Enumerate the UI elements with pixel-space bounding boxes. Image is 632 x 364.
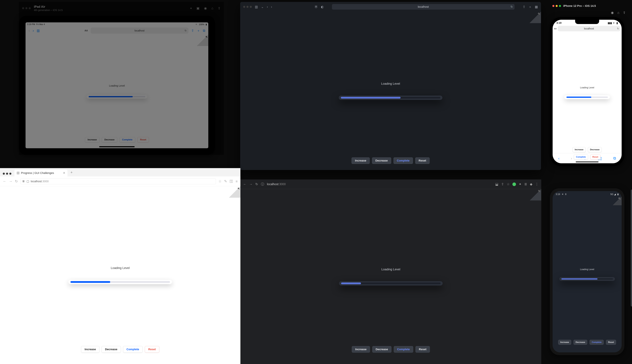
home-icon[interactable]: ⌂ (211, 6, 213, 10)
back-icon[interactable]: ← (243, 182, 246, 186)
reset-button[interactable]: Reset (606, 340, 616, 345)
record-icon[interactable]: ◉ (204, 6, 207, 10)
home-icon[interactable]: ⌂ (617, 11, 619, 15)
zoom-dot[interactable] (29, 7, 31, 9)
forward-icon[interactable]: → (9, 179, 12, 184)
close-dot[interactable] (3, 173, 5, 175)
bookmark-star-icon[interactable]: ☆ (507, 182, 510, 186)
back-icon[interactable]: ‹ (267, 5, 268, 9)
complete-button[interactable]: Complete (394, 157, 413, 164)
address-bar[interactable]: ⛨ ▢ localhost:3000 (20, 178, 216, 184)
zoom-dot[interactable] (559, 5, 561, 7)
close-dot[interactable] (552, 5, 554, 7)
reset-button[interactable]: Reset (138, 137, 149, 142)
visbug-flap[interactable]: 🔌 (613, 196, 622, 205)
share-icon[interactable]: ⇪ (218, 6, 220, 10)
visbug-flap[interactable]: 🔌 (229, 186, 240, 198)
close-tab-icon[interactable]: ✕ (63, 172, 65, 175)
install-icon[interactable]: ⬓ (495, 182, 498, 186)
decrease-button[interactable]: Decrease (588, 147, 602, 152)
reload-icon[interactable]: ↻ (15, 179, 18, 184)
increase-button[interactable]: Increase (558, 340, 571, 345)
eyedropper-icon[interactable]: ✎ (224, 179, 227, 184)
tabs-icon[interactable]: ⧉ (203, 29, 205, 32)
menu-icon[interactable]: ⋮ (535, 182, 538, 186)
decrease-button[interactable]: Decrease (574, 340, 588, 345)
decrease-button[interactable]: Decrease (102, 137, 117, 142)
reset-button[interactable]: Reset (415, 157, 430, 164)
share-icon[interactable]: ⇧ (191, 29, 194, 32)
share-icon[interactable]: ⇪ (623, 11, 626, 15)
visbug-flap[interactable]: 🔌 (530, 12, 541, 23)
tabs-icon[interactable]: ⧉ (613, 156, 616, 160)
back-icon[interactable]: ‹ (558, 156, 560, 160)
forward-icon[interactable]: › (32, 28, 34, 33)
info-icon[interactable]: ⓘ (261, 182, 264, 186)
minimize-dot[interactable] (26, 7, 28, 9)
sidebar-icon[interactable]: ▥ (37, 29, 40, 32)
screenshot-icon[interactable]: ◉ (611, 11, 614, 15)
zoom-dot[interactable] (9, 173, 12, 175)
reload-icon[interactable]: ↻ (255, 182, 258, 186)
decrease-button[interactable]: Decrease (372, 157, 391, 164)
url-port: :3000 (278, 182, 286, 186)
increase-button[interactable]: Increase (352, 346, 370, 352)
screenshot-icon[interactable]: ▣ (196, 6, 200, 10)
minimize-dot[interactable] (246, 6, 248, 8)
new-tab-button[interactable]: ＋ (70, 170, 73, 175)
shield-icon[interactable]: ⛨ (314, 5, 318, 9)
reader-aa-icon[interactable]: AA (554, 28, 557, 30)
back-icon[interactable]: ← (3, 179, 6, 184)
increase-button[interactable]: Increase (81, 346, 99, 352)
reader-aa-icon[interactable]: AA (84, 29, 88, 32)
increase-button[interactable]: Increase (85, 137, 100, 142)
extension-badge[interactable] (512, 182, 516, 186)
reset-button[interactable]: Reset (145, 346, 159, 352)
reading-list-icon[interactable]: ≣ (524, 182, 527, 186)
tab-bar: Progress | GUI Challenges ✕ ＋ (0, 168, 240, 176)
close-dot[interactable] (22, 7, 24, 9)
complete-button[interactable]: Complete (394, 346, 413, 352)
address-bar[interactable]: localhost:3000 (267, 182, 286, 186)
address-bar[interactable]: localhost ↻ (332, 4, 514, 10)
reload-icon[interactable]: ↻ (617, 27, 619, 30)
increase-button[interactable]: Increase (352, 157, 370, 164)
decrease-button[interactable]: Decrease (102, 346, 121, 352)
share-icon[interactable]: ⇧ (523, 5, 526, 9)
back-icon[interactable]: ‹ (28, 28, 30, 33)
reset-button[interactable]: Reset (590, 154, 600, 160)
visbug-flap[interactable]: 🔌 (197, 35, 208, 46)
zoom-dot[interactable] (250, 6, 252, 8)
menu-icon[interactable]: ≡ (236, 179, 238, 184)
minimize-dot[interactable] (556, 5, 558, 7)
forward-icon[interactable]: → (249, 182, 252, 186)
new-tab-icon[interactable]: ＋ (197, 28, 200, 33)
reload-icon[interactable]: ↻ (510, 5, 513, 8)
reset-button[interactable]: Reset (416, 346, 430, 352)
complete-button[interactable]: Complete (123, 346, 142, 352)
address-bar[interactable]: localhost ↻ (91, 28, 188, 34)
forward-icon[interactable]: › (271, 5, 272, 9)
browser-tab[interactable]: Progress | GUI Challenges ✕ (14, 170, 68, 176)
reload-icon[interactable]: ↻ (184, 29, 187, 32)
complete-button[interactable]: Complete (590, 340, 604, 345)
tabs-icon[interactable]: ▦ (535, 5, 538, 9)
share-icon[interactable]: ⇧ (501, 182, 504, 186)
address-bar[interactable]: localhost ↻ (558, 26, 620, 31)
minimize-dot[interactable] (6, 173, 8, 175)
sidebar-icon[interactable]: ▥ (255, 5, 258, 9)
visbug-flap[interactable]: 🔌 (530, 189, 541, 200)
extensions-icon[interactable]: ✦ (519, 182, 522, 186)
pointer-icon[interactable]: ⌖ (190, 6, 192, 10)
theme-icon[interactable]: ◐ (321, 5, 324, 9)
new-tab-icon[interactable]: ＋ (528, 5, 532, 9)
chevron-down-icon[interactable]: ⌄ (261, 5, 264, 9)
key-icon[interactable]: ⚿ (230, 179, 233, 184)
complete-button[interactable]: Complete (120, 137, 135, 142)
complete-button[interactable]: Complete (574, 154, 588, 160)
bookmark-star-icon[interactable]: ☆ (218, 179, 222, 184)
increase-button[interactable]: Increase (572, 147, 586, 152)
close-dot[interactable] (243, 6, 245, 8)
profile-icon[interactable]: ◆ (530, 182, 532, 186)
decrease-button[interactable]: Decrease (372, 346, 392, 352)
